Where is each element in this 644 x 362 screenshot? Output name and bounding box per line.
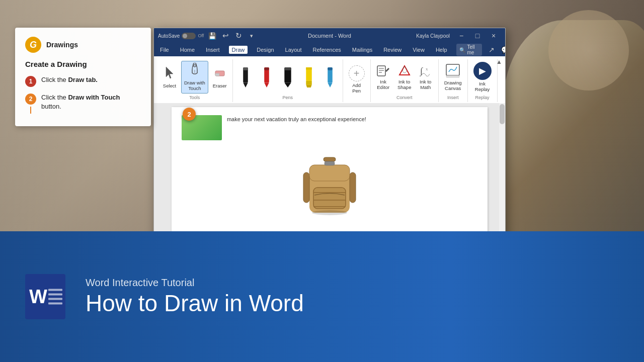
step-1-text: Click the Draw tab. (41, 75, 98, 84)
draw-touch-label: Draw withTouch (184, 80, 205, 92)
subtitle-label: Word Interactive Tutorial (86, 277, 304, 289)
title-bar-left: AutoSave Off 💾 ↩ ↻ ▾ (158, 31, 272, 41)
add-pen-button[interactable]: + AddPen (346, 64, 367, 96)
redo-icon[interactable]: ↻ (233, 31, 244, 41)
ink-replay-icon: ▶ (473, 62, 492, 80)
replay-label: Replay (475, 94, 490, 101)
gcf-logo: G (25, 37, 41, 53)
save-icon[interactable]: 💾 (207, 31, 218, 41)
title-bar: AutoSave Off 💾 ↩ ↻ ▾ Document - Word Kay… (154, 28, 505, 43)
menu-draw[interactable]: Draw (229, 46, 248, 54)
close-button[interactable]: × (486, 30, 501, 41)
document-area: make your next vacation truly an excepti… (154, 103, 505, 239)
ink-shape-button[interactable]: Ink toShape (395, 62, 414, 92)
ink-shape-icon (397, 64, 412, 78)
word-logo-lines (48, 289, 62, 305)
ribbon: Select Draw withTouch (154, 56, 505, 103)
select-button[interactable]: Select (160, 64, 179, 90)
search-icon: 🔍 (459, 47, 465, 53)
tutorial-title: Create a Drawing (25, 60, 141, 68)
pen-blue[interactable] (320, 65, 340, 89)
share-icon[interactable]: ↗ (487, 45, 496, 55)
svg-text:x: x (426, 66, 428, 71)
svg-rect-27 (446, 75, 459, 77)
ink-editor-icon (376, 64, 390, 78)
svg-rect-6 (243, 67, 248, 70)
eraser-label: Eraser (213, 83, 227, 88)
menu-review[interactable]: Review (381, 46, 404, 54)
menu-layout[interactable]: Layout (283, 46, 304, 54)
pen-red[interactable] (257, 65, 276, 89)
backpack-image-area (182, 147, 477, 223)
ribbon-group-add-pen: + AddPen (343, 59, 371, 102)
logo-line-1 (48, 289, 62, 291)
drawing-canvas-button[interactable]: DrawingCanvas (442, 61, 464, 93)
ribbon-row: Select Draw withTouch (154, 58, 505, 103)
tutorial-panel: G Drawings Create a Drawing 1 Click the … (15, 28, 151, 126)
select-label: Select (163, 83, 176, 88)
menu-help[interactable]: Help (434, 46, 449, 54)
select-icon (164, 66, 175, 82)
title-bar-icons: 💾 ↩ ↻ ▾ (207, 31, 257, 41)
tools-body: Select Draw withTouch (160, 60, 229, 94)
pen-highlighter[interactable] (299, 65, 318, 89)
backpack-illustration (299, 147, 360, 223)
drawing-canvas-label: DrawingCanvas (444, 80, 462, 92)
svg-rect-12 (284, 67, 291, 70)
scrollbar-thumb[interactable] (500, 104, 505, 124)
pen-black[interactable] (236, 65, 255, 89)
pen-black-icon (240, 66, 251, 87)
step-2-floating-badge: 2 (183, 108, 196, 121)
comment-icon[interactable]: 💬 (501, 45, 506, 55)
autosave-toggle[interactable] (182, 33, 196, 39)
search-box[interactable]: 🔍 Tell me (456, 44, 482, 56)
autosave-label: AutoSave (158, 33, 180, 39)
menu-file[interactable]: File (158, 46, 171, 54)
ink-replay-button[interactable]: ▶ InkReplay (471, 60, 494, 94)
svg-rect-3 (215, 73, 219, 76)
add-pen-body: + AddPen (346, 60, 367, 99)
ink-editor-label: InkEditor (377, 79, 389, 90)
customize-icon[interactable]: ▾ (246, 31, 257, 41)
menu-bar: File Home Insert Draw Design Layout Refe… (154, 43, 505, 56)
menu-right: 🔍 Tell me ↗ 💬 (456, 44, 506, 56)
menu-design[interactable]: Design (255, 46, 276, 54)
menu-view[interactable]: View (411, 46, 427, 54)
menu-home[interactable]: Home (178, 46, 197, 54)
ink-shape-label: Ink toShape (397, 79, 411, 90)
doc-scrollbar[interactable] (499, 103, 505, 239)
step-1-number: 1 (25, 76, 36, 87)
svg-rect-16 (306, 67, 311, 70)
draw-touch-button[interactable]: Draw withTouch (181, 61, 208, 94)
draw-touch-icon (189, 63, 200, 79)
drawing-canvas-icon (445, 63, 461, 79)
ink-math-button[interactable]: ∫ x Ink toMath (416, 62, 435, 92)
insert-label: Insert (447, 94, 459, 101)
menu-mailings[interactable]: Mailings (350, 46, 374, 54)
svg-rect-31 (303, 172, 309, 203)
pens-body (236, 60, 340, 94)
ink-editor-button[interactable]: InkEditor (374, 62, 393, 92)
eraser-button[interactable]: Eraser (210, 64, 229, 90)
svg-rect-14 (306, 81, 311, 85)
ribbon-collapse-arrow[interactable]: ▲ (496, 58, 502, 65)
search-placeholder: Tell me (467, 44, 479, 55)
window-title: Document - Word (272, 33, 386, 39)
logo-line-4 (48, 303, 62, 305)
svg-marker-15 (306, 85, 311, 88)
panel-header: G Drawings (25, 37, 141, 53)
svg-marker-18 (328, 83, 333, 88)
menu-references[interactable]: References (311, 46, 343, 54)
eraser-icon (214, 66, 225, 82)
svg-point-38 (312, 210, 347, 215)
undo-icon[interactable]: ↩ (220, 31, 231, 41)
convert-body: InkEditor Ink toShape ∫ x (374, 60, 435, 94)
restore-button[interactable]: □ (470, 30, 485, 41)
svg-rect-20 (377, 66, 385, 76)
svg-rect-37 (325, 161, 335, 165)
menu-insert[interactable]: Insert (204, 46, 222, 54)
tools-label: Tools (189, 94, 200, 101)
ribbon-group-insert: DrawingCanvas Insert (439, 59, 468, 102)
minimize-button[interactable]: − (454, 30, 469, 41)
pen-black-bold[interactable] (278, 65, 297, 89)
